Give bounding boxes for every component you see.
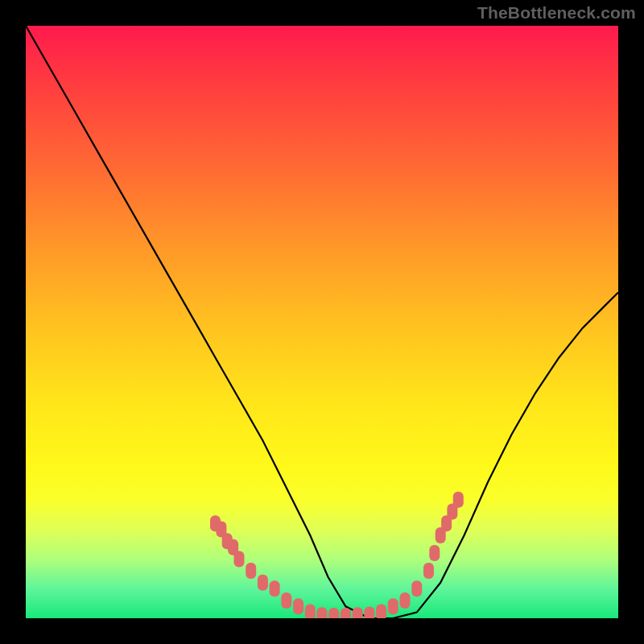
curve-marker [258, 575, 268, 591]
bottleneck-curve-line [26, 26, 618, 618]
curve-marker [453, 492, 464, 508]
bottleneck-chart-svg [26, 26, 618, 618]
curve-marker [388, 598, 398, 614]
curve-marker [328, 608, 339, 618]
curve-marker [364, 607, 374, 618]
curve-marker [429, 545, 440, 561]
curve-marker [400, 592, 411, 609]
curve-marker [281, 592, 291, 609]
curve-marker [423, 563, 434, 579]
curve-marker [376, 605, 386, 618]
curve-marker [234, 551, 245, 567]
watermark-text: TheBottleneck.com [477, 3, 636, 23]
curve-marker [305, 605, 316, 618]
marker-group [210, 492, 464, 618]
curve-marker [341, 608, 351, 618]
chart-plot-area [26, 26, 618, 618]
curve-marker [411, 580, 422, 597]
curve-marker [293, 598, 303, 614]
curve-marker [353, 607, 363, 618]
curve-marker [270, 580, 280, 597]
curve-marker [246, 563, 256, 579]
curve-marker [317, 607, 328, 618]
